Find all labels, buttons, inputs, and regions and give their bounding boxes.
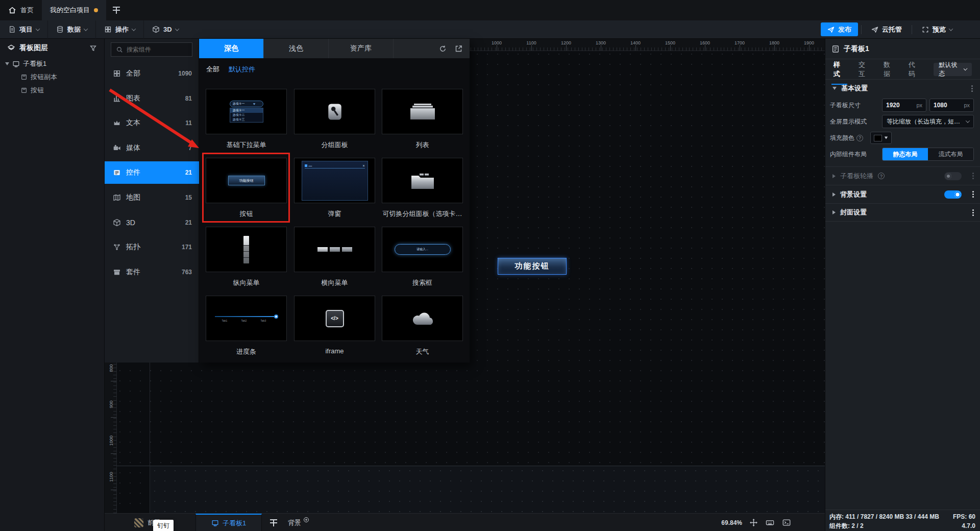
category-all[interactable]: 全部 1090 xyxy=(105,62,199,85)
help-icon[interactable]: ? xyxy=(878,173,885,179)
component-card-weather[interactable] xyxy=(382,296,463,341)
category-text[interactable]: 文本 11 xyxy=(105,112,199,134)
pop-out-icon[interactable] xyxy=(455,45,462,53)
divider xyxy=(861,25,862,34)
section-cover-settings[interactable]: 封面设置 xyxy=(825,203,980,222)
component-icon xyxy=(20,74,28,81)
component-card-iframe[interactable]: </> xyxy=(294,296,375,341)
layout-flow-option[interactable]: 流式布局 xyxy=(928,148,973,160)
all-grid-icon xyxy=(113,69,121,78)
folder-icon xyxy=(410,172,435,190)
fullscreen-mode-select[interactable]: 等比缩放（长边填充，短… xyxy=(882,115,974,128)
category-maps[interactable]: 地图 15 xyxy=(105,186,199,209)
kebab-menu-icon[interactable] xyxy=(972,194,974,195)
tab-interaction[interactable]: 交互 xyxy=(859,60,870,79)
chevron-down-icon xyxy=(966,118,970,123)
section-label: 子看板轮播 xyxy=(840,172,873,181)
keyboard-shortcuts-icon[interactable] xyxy=(765,518,775,527)
cloud-hosting-button[interactable]: 云托管 xyxy=(865,22,909,36)
category-topology[interactable]: 拓扑 171 xyxy=(105,236,199,258)
width-field[interactable]: px xyxy=(882,99,926,112)
expander-icon[interactable] xyxy=(832,174,836,178)
filter-default-widgets[interactable]: 默认控件 xyxy=(229,65,255,74)
board-tab-subboard1[interactable]: 子看板1 xyxy=(195,514,262,531)
menu-actions[interactable]: 操作 xyxy=(96,20,144,39)
tab-home[interactable]: 首页 xyxy=(0,0,42,20)
status-info: 内存: 411 / 7827 / 8240 MB 33 / 444 MB FPS… xyxy=(825,510,980,531)
category-media[interactable]: 媒体 7 xyxy=(105,137,199,159)
publish-button[interactable]: 发布 xyxy=(821,22,858,36)
state-selector[interactable]: 默认状态 xyxy=(934,63,972,76)
canvas-function-button-component[interactable]: 功能按钮 xyxy=(498,258,567,275)
fit-to-screen-icon[interactable] xyxy=(749,518,758,527)
tab-code[interactable]: 代码 xyxy=(909,60,920,79)
kebab-menu-icon[interactable] xyxy=(972,212,974,213)
help-icon[interactable]: ? xyxy=(856,135,863,141)
tab-project[interactable]: 我的空白项目 xyxy=(42,0,106,20)
layer-item-button-copy[interactable]: 按钮副本 xyxy=(0,70,104,84)
tab-dark-theme[interactable]: 深色 xyxy=(199,39,264,58)
category-charts[interactable]: 图表 81 xyxy=(105,87,199,110)
striped-thumbnail-icon xyxy=(134,518,143,527)
search-input[interactable] xyxy=(127,46,183,53)
component-card-group-panel[interactable] xyxy=(294,89,375,134)
component-card-tab-panel[interactable] xyxy=(382,158,463,203)
preview-button[interactable]: 预览 xyxy=(915,22,959,36)
expander-icon[interactable] xyxy=(832,192,836,197)
component-card-list[interactable] xyxy=(382,89,463,134)
tab-asset-library[interactable]: 资产库 xyxy=(329,39,394,58)
category-kits[interactable]: 套件 763 xyxy=(105,261,199,283)
widget-panel-icon xyxy=(113,168,121,177)
background-tab[interactable]: 背景 xyxy=(284,514,313,531)
ruler-tick-label: 1300 xyxy=(596,40,606,45)
console-icon[interactable] xyxy=(782,518,791,527)
cloud-hosting-label: 云托管 xyxy=(882,25,902,34)
menu-project[interactable]: 项目 xyxy=(0,20,48,39)
tab-data[interactable]: 数据 xyxy=(884,60,895,79)
category-label: 套件 xyxy=(126,268,140,277)
background-toggle[interactable] xyxy=(944,190,962,199)
height-field[interactable]: px xyxy=(929,99,974,112)
menu-data[interactable]: 数据 xyxy=(48,20,96,39)
height-input[interactable] xyxy=(934,102,960,109)
chevron-down-icon xyxy=(132,27,136,31)
tab-home-label: 首页 xyxy=(20,6,34,15)
expander-icon[interactable] xyxy=(5,62,9,65)
component-card-horizontal-menu[interactable] xyxy=(294,227,375,272)
kebab-menu-icon[interactable] xyxy=(971,88,973,89)
expander-icon[interactable] xyxy=(832,87,837,90)
select-value: 等比缩放（长边填充，短… xyxy=(887,117,960,126)
add-board-button[interactable] xyxy=(266,514,281,531)
layout-static-option[interactable]: 静态布局 xyxy=(883,148,928,160)
expander-icon[interactable] xyxy=(832,210,836,214)
new-tab-button[interactable] xyxy=(106,0,127,20)
tab-light-theme[interactable]: 浅色 xyxy=(264,39,329,58)
carousel-toggle[interactable] xyxy=(944,172,962,180)
filter-funnel-icon[interactable] xyxy=(89,44,97,52)
component-card-dropdown[interactable]: 选项卡一 选项卡一 选项卡二 选项卡三 xyxy=(206,89,287,134)
component-card-modal[interactable]: ▪▪▪▪ × xyxy=(294,158,375,203)
ruler-tick-label: 1100 xyxy=(109,471,114,483)
component-label: 纵向菜单 xyxy=(206,278,287,287)
section-board-carousel[interactable]: 子看板轮播 ? xyxy=(825,166,980,185)
layer-item-button[interactable]: 按钮 xyxy=(0,84,104,97)
section-background-settings[interactable]: 背景设置 xyxy=(825,185,980,203)
category-widgets[interactable]: 控件 21 xyxy=(105,161,199,184)
component-card-search-box[interactable]: 请输入... xyxy=(382,227,463,272)
fill-color-picker[interactable] xyxy=(870,132,892,144)
component-search[interactable] xyxy=(111,42,192,57)
component-card-progress[interactable]: Tab1 Tab2 Tab3 xyxy=(206,296,287,341)
refresh-icon[interactable] xyxy=(439,45,447,53)
app-version: 4.7.0 xyxy=(962,521,975,530)
width-input[interactable] xyxy=(886,102,913,109)
tab-style[interactable]: 样式 xyxy=(834,60,845,79)
kebab-menu-icon[interactable] xyxy=(972,175,974,177)
filter-all[interactable]: 全部 xyxy=(206,65,219,74)
ruler-tick-label: 1100 xyxy=(526,40,536,45)
menu-3d[interactable]: 3D xyxy=(144,20,187,39)
section-basic-settings[interactable]: 基本设置 xyxy=(825,80,980,97)
layer-root-subboard1[interactable]: 子看板1 xyxy=(0,57,104,70)
component-card-vertical-menu[interactable] xyxy=(206,227,287,272)
zoom-level[interactable]: 69.84% xyxy=(721,519,742,526)
category-3d[interactable]: 3D 21 xyxy=(105,211,199,234)
